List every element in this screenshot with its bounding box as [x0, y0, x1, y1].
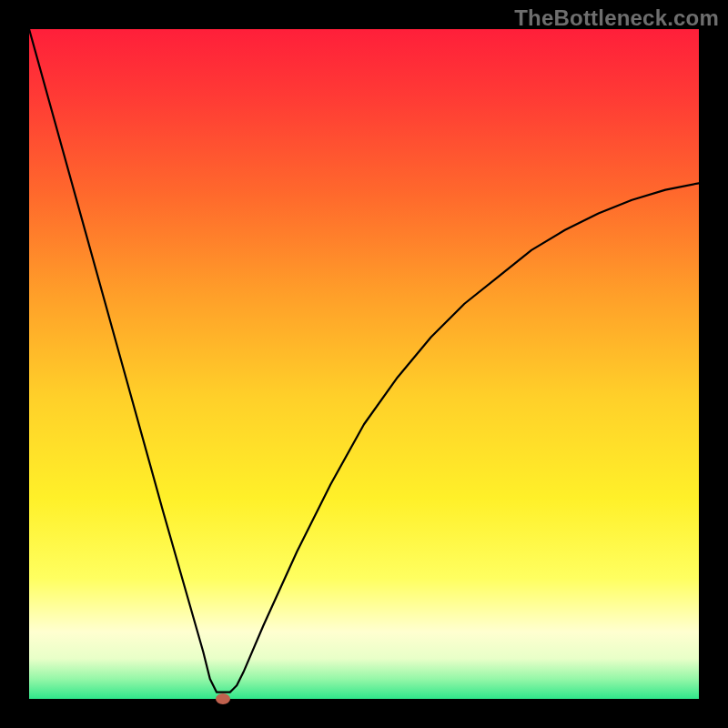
minimum-marker: [216, 693, 230, 704]
curve-path: [29, 29, 699, 693]
watermark-text: TheBottleneck.com: [514, 5, 719, 31]
chart-frame: TheBottleneck.com: [0, 0, 728, 728]
plot-area: [29, 29, 699, 699]
bottleneck-curve: [29, 29, 699, 699]
